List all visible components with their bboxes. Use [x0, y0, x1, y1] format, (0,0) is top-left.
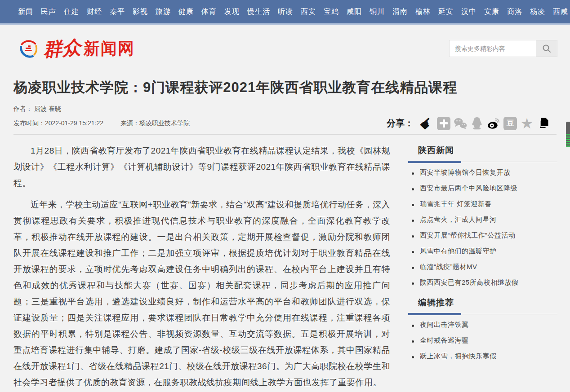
nav-item[interactable]: 西咸 — [553, 7, 568, 17]
article-paragraph: 1月28日，陕西省教育厅发布了2021年陕西省职业教育在线精品课程认定结果，我校… — [13, 143, 390, 191]
logo-bold-text: 新闻网 — [84, 40, 135, 57]
sidebar-section-header: 编辑推荐 — [408, 297, 557, 314]
sidebar-news-item[interactable]: 风雪中有他们的温暖守护 — [408, 243, 557, 259]
author-names: 屈波 崔晓 — [34, 105, 61, 112]
share-more-icon[interactable] — [437, 117, 450, 130]
publish-label: 发布时间： — [13, 119, 45, 127]
sidebar-section-title: 陕西新闻 — [418, 145, 557, 156]
publish-time: 2022-01-29 15:21:22 — [45, 119, 103, 127]
nav-item[interactable]: 渭南 — [392, 7, 408, 17]
nav-item[interactable]: 住建 — [64, 7, 79, 17]
sidebar-news-item[interactable]: 陕西西安已有25所高校相继放假 — [408, 275, 557, 291]
article-paragraph: 近年来，学校主动适应“互联网+职业教育”新要求，结合“双高”建设和提质培优行动任… — [13, 197, 390, 391]
nav-item[interactable]: 安康 — [484, 7, 499, 17]
sidebar-section-editor-picks: 编辑推荐 夜间出击淬铁翼全时戒备巡海疆跃上冰雪，拥抱快乐寒假 — [408, 297, 557, 364]
source-name: 杨凌职业技术学院 — [139, 119, 190, 127]
nav-item[interactable]: 铜川 — [370, 7, 385, 17]
author-label: 作者： — [13, 105, 32, 112]
share-label: 分享： — [387, 117, 414, 129]
weibo-icon[interactable] — [487, 117, 500, 130]
logo-globe-icon — [18, 38, 39, 59]
sidebar-picks-list: 夜间出击淬铁翼全时戒备巡海疆跃上冰雪，拥抱快乐寒假 — [408, 317, 557, 364]
nav-item[interactable]: 榆林 — [415, 7, 431, 17]
sidebar-news-item[interactable]: 西安半坡博物馆今日恢复开放 — [408, 165, 557, 181]
sidebar-section-shaanxi-news: 陕西新闻 西安半坡博物馆今日恢复开放西安市最后两个中风险地区降级瑞雪兆丰年 灯笼… — [408, 145, 557, 291]
nav-item[interactable]: 秦平 — [110, 7, 125, 17]
sidebar-news-item[interactable]: 西安市最后两个中风险地区降级 — [408, 181, 557, 196]
search-icon — [542, 44, 551, 53]
nav-item[interactable]: 健康 — [178, 7, 194, 17]
top-navigation: 新闻民声住建财经秦平影视旅游健康体育发现慢生活听读西安宝鸡咸阳铜川渭南榆林延安汉… — [0, 0, 570, 25]
search-input[interactable] — [449, 40, 536, 57]
nav-item[interactable]: 新闻 — [18, 7, 33, 17]
publish-info: 发布时间：2022-01-29 15:21:22 来源：杨凌职业技术学院 — [13, 119, 190, 128]
site-logo[interactable]: 群众 新闻网 — [18, 38, 135, 59]
sidebar: 陕西新闻 西安半坡博物馆今日恢复开放西安市最后两个中风险地区降级瑞雪兆丰年 灯笼… — [408, 143, 557, 392]
nav-item[interactable]: 延安 — [438, 7, 454, 17]
logo-script-text: 群众 — [43, 38, 82, 59]
hand-click-icon[interactable]: ☛ — [420, 117, 434, 130]
nav-item[interactable]: 体育 — [201, 7, 217, 17]
sidebar-news-item[interactable]: 临潼“战疫”题材MV — [408, 259, 557, 275]
nav-item[interactable]: 听读 — [278, 7, 293, 17]
nav-item[interactable]: 商洛 — [507, 7, 522, 17]
source-label: 来源： — [120, 119, 139, 127]
qq-icon[interactable] — [470, 117, 484, 130]
search-button[interactable] — [536, 40, 557, 57]
nav-item[interactable]: 财经 — [87, 7, 102, 17]
qzone-icon[interactable]: ★ — [520, 117, 534, 130]
nav-item[interactable]: 旅游 — [156, 7, 171, 17]
nav-item[interactable]: 咸阳 — [347, 7, 362, 17]
nav-item[interactable]: 发现 — [224, 7, 240, 17]
main-content: 1月28日，陕西省教育厅发布了2021年陕西省职业教育在线精品课程认定结果，我校… — [0, 135, 570, 392]
sidebar-pick-item[interactable]: 跃上冰雪，拥抱快乐寒假 — [408, 348, 557, 364]
sidebar-news-item[interactable]: 点点萤火，汇成人间星河 — [408, 212, 557, 228]
nav-item[interactable]: 西安 — [301, 7, 316, 17]
article-body: 1月28日，陕西省教育厅发布了2021年陕西省职业教育在线精品课程认定结果，我校… — [13, 143, 390, 392]
wechat-icon[interactable] — [454, 117, 467, 130]
article-meta-row: 发布时间：2022-01-29 15:21:22 来源：杨凌职业技术学院 分享：… — [13, 113, 557, 134]
douban-icon[interactable]: 豆 — [503, 117, 517, 130]
article-author-row: 作者： 屈波 崔晓 — [13, 105, 557, 113]
nav-item[interactable]: 宝鸡 — [324, 7, 339, 17]
nav-item[interactable]: 杨凌 — [530, 7, 545, 17]
sidebar-section-title: 编辑推荐 — [418, 297, 557, 308]
sidebar-section-header: 陕西新闻 — [408, 145, 557, 162]
nav-item[interactable]: 汉中 — [461, 7, 476, 17]
sidebar-news-item[interactable]: 西安开展“帮你找工作”公益活动 — [408, 228, 557, 243]
nav-item[interactable]: 慢生活 — [247, 7, 270, 17]
scroll-indicator-stripes — [566, 134, 570, 147]
sidebar-pick-item[interactable]: 全时戒备巡海疆 — [408, 333, 557, 348]
page-title: 杨凌职业技术学院：9门课程获评2021年陕西省职业教育在线精品课程 — [13, 78, 557, 97]
nav-item[interactable]: 影视 — [133, 7, 148, 17]
share-toolbar: 分享： ☛ — [387, 117, 550, 130]
search-bar — [449, 40, 557, 57]
scroll-indicator-widget[interactable] — [566, 122, 570, 147]
copy-icon[interactable] — [537, 117, 550, 130]
site-header: 群众 新闻网 — [0, 25, 570, 72]
sidebar-pick-item[interactable]: 夜间出击淬铁翼 — [408, 317, 557, 333]
sidebar-news-item[interactable]: 瑞雪兆丰年 灯笼迎新春 — [408, 196, 557, 212]
sidebar-news-list: 西安半坡博物馆今日恢复开放西安市最后两个中风险地区降级瑞雪兆丰年 灯笼迎新春点点… — [408, 165, 557, 291]
nav-item[interactable]: 民声 — [41, 7, 56, 17]
